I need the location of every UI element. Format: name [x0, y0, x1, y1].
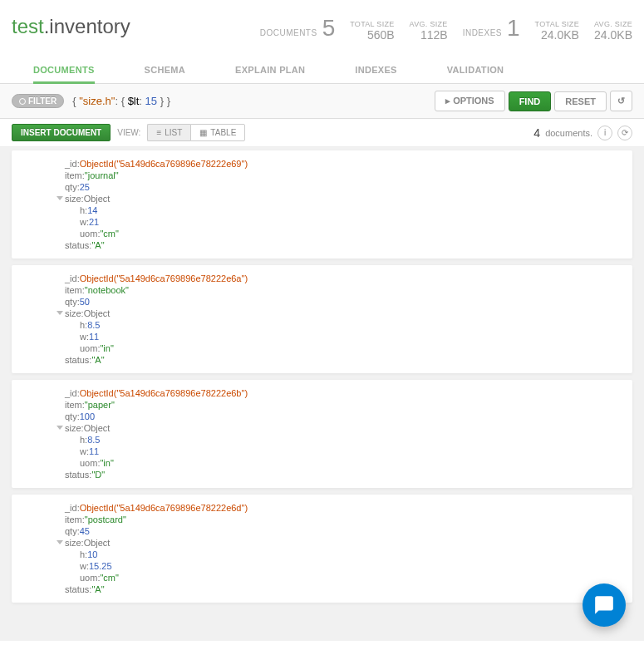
chat-icon [593, 594, 615, 616]
doc-field: item:"paper" [65, 399, 624, 411]
doc-field: status:"A" [65, 239, 624, 251]
document-card[interactable]: _id:ObjectId("5a149d6ca769896e78222e6b")… [12, 380, 632, 488]
doc-field: qty:50 [65, 296, 624, 308]
view-list-button[interactable]: ≡ LIST [147, 124, 190, 141]
doc-field: item:"notebook" [65, 284, 624, 296]
filter-badge-label: FILTER [28, 96, 57, 106]
indexes-value: 1 [507, 15, 520, 42]
query-val: 15 [145, 95, 157, 107]
tab-indexes[interactable]: INDEXES [355, 57, 396, 83]
options-button[interactable]: ▸ OPTIONS [435, 91, 505, 111]
documents-label: DOCUMENTS [260, 28, 317, 37]
doc-field: status:"D" [65, 469, 624, 480]
filter-bar: FILTER { "size.h": { $lt: 15 } } ▸ OPTIO… [0, 84, 644, 119]
tab-bar: DOCUMENTS SCHEMA EXPLAIN PLAN INDEXES VA… [0, 57, 644, 84]
doc-field: item:"postcard" [65, 514, 624, 525]
info-button[interactable]: i [597, 126, 612, 140]
doc-field: size:Object [65, 308, 624, 319]
doc-field: _id:ObjectId("5a149d6ca769896e78222e6d") [65, 502, 624, 514]
idx-avg-size: AVG. SIZE 24.0KB [594, 20, 632, 42]
avg-size: AVG. SIZE 112B [410, 20, 448, 42]
table-icon: ▦ [199, 128, 207, 137]
filter-query-input[interactable]: { "size.h": { $lt: 15 } } [67, 91, 431, 111]
doc-field: h:8.5 [65, 434, 624, 446]
doc-field: h:14 [65, 204, 624, 216]
refresh-icon: ⟳ [622, 128, 628, 137]
doc-field: w:15.25 [65, 560, 624, 572]
view-toggle: ≡ LIST ▦ TABLE [147, 124, 245, 141]
doc-field: qty:45 [65, 525, 624, 537]
find-button[interactable]: FIND [509, 91, 552, 111]
total-size: TOTAL SIZE 560B [350, 20, 394, 42]
indexes-count: INDEXES 1 [463, 15, 520, 42]
query-key: "size.h" [79, 95, 115, 107]
tab-documents[interactable]: DOCUMENTS [33, 57, 95, 84]
history-button[interactable]: ↺ [610, 91, 632, 111]
view-label: VIEW: [117, 128, 140, 137]
doc-field: size:Object [65, 422, 624, 434]
documents-value: 5 [322, 15, 336, 42]
total-size-value: 560B [350, 28, 394, 42]
filter-badge[interactable]: FILTER [12, 94, 64, 108]
stats-row: DOCUMENTS 5 TOTAL SIZE 560B AVG. SIZE 11… [260, 15, 632, 42]
refresh-button[interactable]: ⟳ [617, 126, 632, 140]
toolbar: INSERT DOCUMENT VIEW: ≡ LIST ▦ TABLE 4 d… [0, 119, 644, 147]
options-label: OPTIONS [453, 96, 494, 106]
document-card[interactable]: _id:ObjectId("5a149d6ca769896e78222e6d")… [12, 495, 632, 603]
avg-size-value: 112B [410, 28, 448, 42]
reset-button[interactable]: RESET [554, 91, 607, 111]
avg-size-label: AVG. SIZE [410, 20, 448, 28]
doc-field: item:"journal" [65, 170, 624, 181]
doc-field: size:Object [65, 193, 624, 204]
tab-validation[interactable]: VALIDATION [447, 57, 504, 83]
doc-field: h:10 [65, 549, 624, 560]
filter-reset-icon [19, 98, 26, 105]
result-word: documents. [545, 128, 592, 138]
doc-field: uom:"cm" [65, 228, 624, 239]
document-card[interactable]: _id:ObjectId("5a149d6ca769896e78222e6a")… [12, 265, 632, 373]
document-card[interactable]: _id:ObjectId("5a149d6ca769896e78222e69")… [12, 150, 632, 258]
list-icon: ≡ [156, 128, 161, 137]
result-count: 4 [533, 126, 540, 140]
doc-field: w:11 [65, 331, 624, 342]
chat-fab[interactable] [583, 583, 626, 627]
doc-field: h:8.5 [65, 319, 624, 331]
doc-field: status:"A" [65, 583, 624, 595]
idx-total-size-label: TOTAL SIZE [535, 20, 579, 28]
indexes-label: INDEXES [463, 28, 502, 37]
idx-avg-size-label: AVG. SIZE [594, 20, 632, 28]
tab-explain-plan[interactable]: EXPLAIN PLAN [235, 57, 305, 83]
database-name: test [12, 15, 44, 37]
info-icon: i [604, 128, 606, 137]
doc-field: qty:25 [65, 181, 624, 193]
view-table-button[interactable]: ▦ TABLE [190, 124, 245, 141]
doc-field: size:Object [65, 537, 624, 549]
doc-field: uom:"in" [65, 457, 624, 469]
doc-field: _id:ObjectId("5a149d6ca769896e78222e6a") [65, 273, 624, 284]
idx-total-size-value: 24.0KB [535, 28, 579, 42]
toolbar-left: INSERT DOCUMENT VIEW: ≡ LIST ▦ TABLE [12, 124, 245, 141]
document-list[interactable]: _id:ObjectId("5a149d6ca769896e78222e69")… [0, 147, 644, 641]
view-table-label: TABLE [210, 128, 236, 137]
view-list-label: LIST [165, 128, 182, 137]
doc-field: uom:"cm" [65, 572, 624, 583]
doc-field: status:"A" [65, 354, 624, 366]
collection-name: inventory [49, 15, 130, 37]
doc-field: qty:100 [65, 411, 624, 422]
total-size-label: TOTAL SIZE [350, 20, 394, 28]
idx-total-size: TOTAL SIZE 24.0KB [535, 20, 579, 42]
tab-schema[interactable]: SCHEMA [145, 57, 185, 83]
toolbar-right: 4 documents. i ⟳ [533, 126, 632, 140]
doc-field: uom:"in" [65, 342, 624, 354]
doc-field: _id:ObjectId("5a149d6ca769896e78222e6b") [65, 387, 624, 399]
history-icon: ↺ [617, 96, 625, 106]
namespace: test.inventory [12, 15, 130, 38]
doc-field: w:11 [65, 446, 624, 457]
documents-count: DOCUMENTS 5 [260, 15, 336, 42]
doc-field: _id:ObjectId("5a149d6ca769896e78222e69") [65, 158, 624, 170]
insert-document-button[interactable]: INSERT DOCUMENT [12, 124, 111, 141]
idx-avg-size-value: 24.0KB [594, 28, 632, 42]
doc-field: w:21 [65, 216, 624, 228]
